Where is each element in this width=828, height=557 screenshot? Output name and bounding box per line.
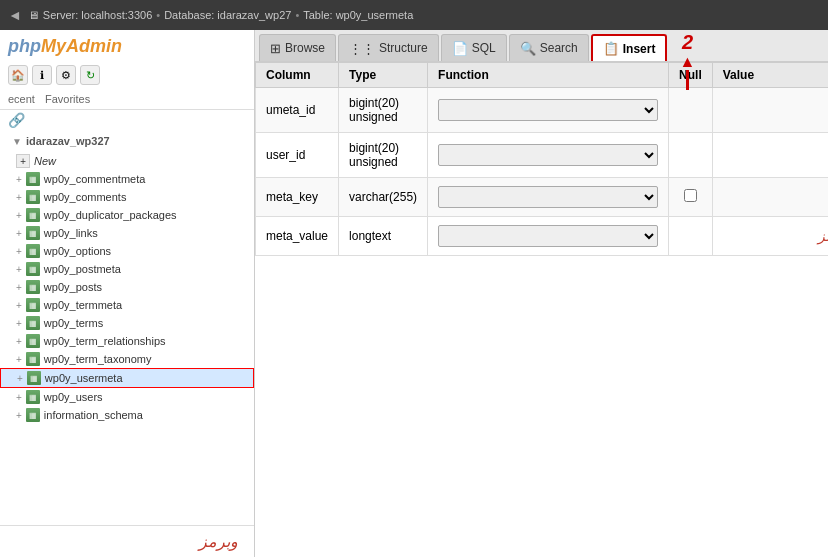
function-meta-key [428,178,669,217]
arrow-line [686,70,689,90]
table-label: wp0y_comments [44,191,127,203]
table-item[interactable]: + ▦ wp0y_termmeta [0,296,254,314]
table-item-usermeta[interactable]: + ▦ wp0y_usermeta 1 ◄ ━━━ [0,368,254,388]
col-meta-value: meta_value [256,217,339,256]
expand-icon: + [16,246,22,257]
table-item[interactable]: + ▦ wp0y_links [0,224,254,242]
table-item[interactable]: + ▦ wp0y_comments [0,188,254,206]
table-label: wp0y_commentmeta [44,173,146,185]
insert-table: Column Type Function Null Value umeta_id… [255,62,828,256]
null-checkbox-meta-key[interactable] [684,189,697,202]
expand-icon: + [16,174,22,185]
expand-icon: + [17,373,23,384]
nav-arrow[interactable]: ◄ [8,7,22,23]
function-umeta-id [428,88,669,133]
value-meta-value: وبرمز [712,217,828,256]
table-label: wp0y_options [44,245,111,257]
home-icon[interactable]: 🏠 [8,65,28,85]
function-select-meta-key[interactable] [438,186,658,208]
server-icon: 🖥 [28,9,39,21]
info-icon[interactable]: ℹ [32,65,52,85]
table-item[interactable]: + ▦ wp0y_postmeta [0,260,254,278]
tab-browse[interactable]: ⊞ Browse [259,34,336,61]
table-row: user_id bigint(20) unsigned [256,133,829,178]
new-item-label: New [34,155,56,167]
tab-bar: ⊞ Browse ⋮⋮ Structure 📄 SQL 🔍 Search 📋 I… [255,30,828,62]
table-item[interactable]: + ▦ wp0y_commentmeta [0,170,254,188]
table-item[interactable]: + ▦ wp0y_terms [0,314,254,332]
logo-php: php [8,36,41,57]
settings-icon[interactable]: ⚙ [56,65,76,85]
structure-icon: ⋮⋮ [349,41,375,56]
type-meta-value: longtext [339,217,428,256]
new-item[interactable]: + New [0,152,254,170]
logo-myadmin: My [41,36,66,57]
null-meta-value [669,217,713,256]
table-row: meta_value longtext وبرمز [256,217,829,256]
table-icon-img: ▦ [26,298,40,312]
tab-search[interactable]: 🔍 Search [509,34,589,61]
table-item[interactable]: + ▦ wp0y_options [0,242,254,260]
null-meta-key [669,178,713,217]
table-label: wp0y_posts [44,281,102,293]
table-item[interactable]: + ▦ wp0y_term_relationships [0,332,254,350]
sidebar-nav: ecent Favorites [0,89,254,110]
expand-icon: + [16,354,22,365]
logo-icons-row: 🏠 ℹ ⚙ ↻ [0,63,254,89]
type-user-id: bigint(20) unsigned [339,133,428,178]
header-bar: ◄ 🖥 Server: localhost:3306 • Database: i… [0,0,828,30]
table-icon-img: ▦ [26,226,40,240]
function-select-user[interactable] [438,144,658,166]
col-header-function: Function [428,63,669,88]
tab-sql[interactable]: 📄 SQL [441,34,507,61]
db-name[interactable]: ▼ idarazav_wp327 [12,132,246,150]
table-icon-img: ▦ [26,408,40,422]
value-meta-key [712,178,828,217]
db-name-label: idarazav_wp327 [26,135,110,147]
table-item[interactable]: + ▦ wp0y_posts [0,278,254,296]
expand-icon: + [16,264,22,275]
table-label: wp0y_termmeta [44,299,122,311]
function-select-meta-value[interactable] [438,225,658,247]
table-icon-img: ▦ [26,334,40,348]
type-meta-key: varchar(255) [339,178,428,217]
watermark-right: وبرمز [818,228,828,245]
function-select-umeta[interactable] [438,99,658,121]
table-label: wp0y_terms [44,317,103,329]
table-label: information_schema [44,409,143,421]
browse-label: Browse [285,41,325,55]
table-icon-img: ▦ [26,208,40,222]
content-area: Column Type Function Null Value umeta_id… [255,62,828,557]
table-icon-img: ▦ [26,172,40,186]
table-item[interactable]: + ▦ wp0y_duplicator_packages [0,206,254,224]
table-icon-img: ▦ [26,316,40,330]
recent-link[interactable]: ecent [8,93,35,105]
table-label: wp0y_links [44,227,98,239]
browse-icon: ⊞ [270,41,281,56]
expand-icon: + [16,210,22,221]
table-item[interactable]: + ▦ information_schema [0,406,254,424]
table-icon-img: ▦ [26,390,40,404]
watermark: وبرمز [191,530,246,553]
table-item[interactable]: + ▦ wp0y_users [0,388,254,406]
expand-icon: + [16,282,22,293]
update-icon[interactable]: ↻ [80,65,100,85]
tab-insert[interactable]: 📋 Insert 2 ▲ [591,34,668,61]
favorites-link[interactable]: Favorites [45,93,90,105]
table-row: meta_key varchar(255) [256,178,829,217]
sql-label: SQL [472,41,496,55]
table-item[interactable]: + ▦ wp0y_term_taxonomy [0,350,254,368]
col-header-type: Type [339,63,428,88]
search-icon: 🔍 [520,41,536,56]
table-label: wp0y_term_taxonomy [44,353,152,365]
function-user-id [428,133,669,178]
table-icon-img: ▦ [27,371,41,385]
col-user-id: user_id [256,133,339,178]
structure-label: Structure [379,41,428,55]
separator: • [156,9,160,21]
table-icon-img: ▦ [26,352,40,366]
db-label: Database: idarazav_wp27 [164,9,291,21]
tab-structure[interactable]: ⋮⋮ Structure [338,34,439,61]
table-icon-img: ▦ [26,280,40,294]
expand-icon: + [16,300,22,311]
